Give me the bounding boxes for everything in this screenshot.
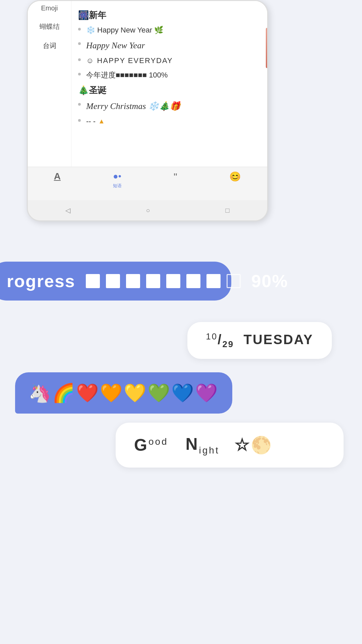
- progress-block: [86, 274, 100, 288]
- font-icon: A: [54, 171, 61, 182]
- sidebar: Emoji 蝴蝶结 台词: [28, 1, 71, 167]
- progress-block: [126, 274, 140, 288]
- section-title-christmas: 🎄圣诞: [78, 85, 260, 96]
- progress-bubble: rogress 90%: [0, 262, 231, 301]
- quote-icon: ": [174, 171, 177, 182]
- progress-block: [106, 274, 120, 288]
- phone-mockup: Emoji 蝴蝶结 台词 🎆新年 ❄️ Happy New Year 🌿: [27, 0, 268, 221]
- list-item[interactable]: 今年进度■■■■■■■ 100%: [78, 70, 260, 80]
- nav-back-button[interactable]: ◁: [65, 206, 70, 214]
- phone-edge-accent: [266, 28, 268, 68]
- sidebar-item-emoji[interactable]: Emoji: [41, 4, 58, 12]
- list-item[interactable]: Happy New Year: [78, 40, 260, 52]
- progress-block: [146, 274, 160, 288]
- bullet-icon: [78, 103, 81, 106]
- goodnight-bubble: Good Night ☆🌕: [116, 423, 344, 468]
- list-item[interactable]: -- - ▲: [78, 116, 260, 127]
- progress-block-empty: [227, 274, 241, 288]
- emoji-icon: 😊: [229, 171, 241, 182]
- sidebar-item-bow[interactable]: 蝴蝶结: [40, 22, 60, 31]
- phone-toolbar: A ●• 短语 " 😊: [28, 167, 267, 200]
- date-bubble: 10/29 TUESDAY: [187, 322, 332, 359]
- nav-recent-button[interactable]: □: [225, 207, 229, 214]
- emoji-bubble-content: 🦄🌈❤️🧡💛💚💙💜: [28, 382, 219, 404]
- progress-block: [166, 274, 180, 288]
- emoji-bubble: 🦄🌈❤️🧡💛💚💙💜: [15, 372, 232, 414]
- toolbar-emoji-button[interactable]: 😊: [229, 171, 241, 182]
- phrase-list: 🎆新年 ❄️ Happy New Year 🌿 Happy New Year ☺…: [71, 1, 267, 167]
- list-item[interactable]: Merry Christmas ❄️🎄🎁: [78, 100, 260, 112]
- toolbar-font-button[interactable]: A: [54, 171, 61, 182]
- goodnight-text: Good Night ☆🌕: [134, 434, 325, 456]
- chevron-up-icon: ▲: [98, 116, 105, 126]
- bullet-icon: [78, 42, 81, 45]
- bullet-icon: [78, 119, 81, 122]
- bullet-icon: [78, 73, 81, 75]
- sidebar-item-lines[interactable]: 台词: [43, 41, 56, 50]
- list-item[interactable]: ☺ HAPPY EVERYDAY: [78, 56, 260, 66]
- progress-block: [186, 274, 200, 288]
- bullet-icon: [78, 28, 81, 31]
- section-title-newyear: 🎆新年: [78, 9, 260, 21]
- toolbar-phrases-button[interactable]: ●• 短语: [113, 171, 122, 189]
- date-text: 10/29 TUESDAY: [206, 331, 313, 350]
- progress-block: [206, 274, 221, 288]
- nav-home-button[interactable]: ○: [146, 207, 150, 214]
- phrases-icon: ●•: [113, 171, 121, 181]
- android-nav: ◁ ○ □: [28, 200, 267, 220]
- toolbar-quote-button[interactable]: ": [174, 171, 177, 182]
- progress-bubble-text: rogress 90%: [7, 271, 288, 291]
- list-item[interactable]: ❄️ Happy New Year 🌿: [78, 25, 260, 36]
- phrases-label: 短语: [113, 183, 122, 189]
- bullet-icon: [78, 58, 81, 61]
